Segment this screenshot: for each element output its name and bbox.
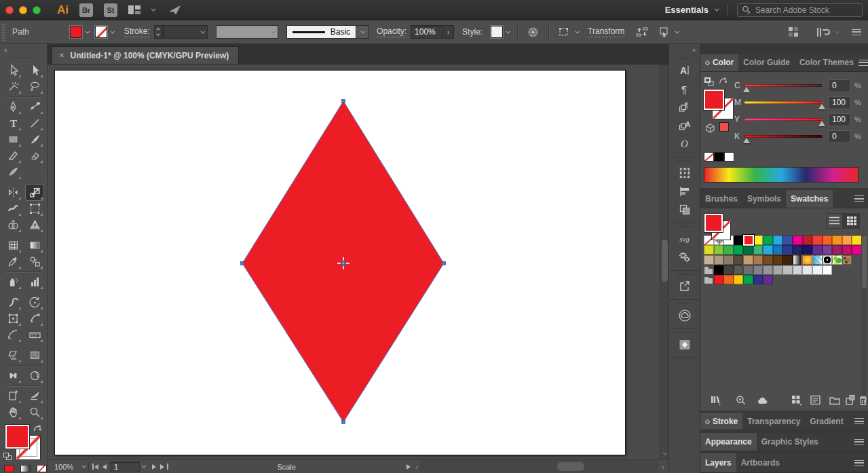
swatch-color[interactable] [773,235,783,245]
control-bar-grip[interactable] [1,23,5,41]
next-artboard-button[interactable] [150,463,158,471]
stroke-width-dropdown[interactable] [163,25,208,39]
arrange-documents-icon[interactable] [128,5,141,15]
black-swatch[interactable] [714,152,724,162]
status-display[interactable]: Scale [168,463,404,471]
selection-tool[interactable] [26,62,43,78]
swatch-color[interactable] [812,245,823,254]
close-window-button[interactable] [5,6,14,14]
none-swatch[interactable] [704,152,714,162]
stroke-color-chevron[interactable] [110,29,115,33]
swatch-pat-dot[interactable] [823,255,833,265]
swatch-pat-green[interactable] [832,255,842,265]
shaper-tool[interactable] [4,148,22,164]
first-artboard-button[interactable] [92,463,100,471]
style-swatch[interactable] [491,26,503,38]
swatch-color[interactable] [743,275,753,284]
swatch-color[interactable] [723,245,734,254]
shape-chevron[interactable] [575,29,580,33]
paintbrush-tool[interactable] [26,132,43,147]
swatch-group-folder[interactable] [704,275,714,284]
gamut-color-swatch[interactable] [719,122,729,132]
width-brush-tool[interactable] [4,295,22,310]
control-bar-menu-icon[interactable] [852,29,861,35]
swap-colors-icon[interactable] [718,76,728,86]
hand-tool[interactable] [4,404,22,420]
lasso-tool[interactable] [26,79,43,94]
share-icon[interactable] [169,5,181,16]
swatch-color[interactable] [753,245,763,254]
horizontal-scrollbar-thumb[interactable] [557,462,584,471]
out-of-gamut-cube-icon[interactable] [705,124,715,133]
swatch-color[interactable] [802,245,812,254]
panel-dock-icon[interactable] [816,27,838,37]
anchor-point[interactable] [241,262,244,265]
swatch-color[interactable] [743,265,753,275]
tab-color-themes[interactable]: Color Themes [795,54,858,71]
stroke-color-swatch[interactable] [95,26,107,38]
tab-stroke[interactable]: ◇Stroke [700,413,742,430]
swatch-color[interactable] [734,245,744,254]
swatch-color[interactable] [704,245,714,254]
swatch-grad-bw[interactable] [793,255,803,265]
gradient-mode-button[interactable] [20,465,31,472]
swatch-group-folder[interactable] [704,265,714,275]
default-fill-stroke-icon[interactable] [3,453,12,460]
ruler-tool[interactable]: 1 2 [26,327,43,343]
zoom-chevron[interactable] [81,463,86,468]
white-swatch[interactable] [724,152,734,162]
toolbar-grip[interactable] [11,56,37,59]
toolbar-collapse-icon[interactable]: ‹‹ [4,46,6,54]
tab-appearance[interactable]: Appearance [700,433,757,451]
fill-color-chevron[interactable] [85,29,90,33]
tab-color[interactable]: ◇Color [700,54,738,71]
actions-panel-button[interactable] [675,248,694,266]
slider-value-field[interactable]: 0 [828,79,851,92]
artboard-chevron[interactable] [141,463,146,468]
swap-fill-stroke-icon[interactable] [33,424,42,433]
vertical-scrollbar-thumb[interactable] [662,240,668,282]
direct-selection-tool[interactable] [4,62,22,78]
minimize-window-button[interactable] [19,6,27,14]
swatch-pat-texture[interactable] [842,255,852,265]
brush-definition-dropdown[interactable]: Basic [286,25,369,39]
swatches-scrollbar[interactable] [861,234,867,395]
opacity-expand-button[interactable]: › [443,25,454,39]
align-panel-button[interactable] [675,183,694,200]
paragraph-styles-panel-button[interactable]: ¶ [675,98,694,116]
bounding-box-tool[interactable] [4,311,22,326]
swatch-color[interactable] [714,245,724,254]
swatch-color[interactable] [832,235,842,245]
swatch-color[interactable] [734,255,744,265]
dock-grip[interactable] [676,225,694,228]
arc-tool[interactable] [4,327,22,343]
rotate-tool[interactable] [26,295,43,310]
close-document-icon[interactable]: × [59,50,64,60]
blend-tool[interactable] [26,254,43,269]
appearance-panel-menu-icon[interactable] [854,439,864,445]
fill-stroke-mini-icon[interactable] [704,77,714,86]
delete-swatch-button[interactable] [856,393,868,408]
stock-button[interactable]: St [104,3,117,17]
cloud-sync-button[interactable] [756,393,770,408]
new-swatch-button[interactable] [844,393,857,408]
slider-value-field[interactable]: 100 [828,113,851,126]
swatch-color[interactable] [773,255,783,265]
shear-tool[interactable] [4,347,22,363]
isolate-chevron[interactable] [675,29,680,33]
scale-tool[interactable] [26,185,43,200]
tab-swatches[interactable]: Swatches [786,190,833,208]
scroll-left-arrow[interactable]: ‹ [415,463,418,471]
swatches-scrollbar-thumb[interactable] [862,235,867,288]
swatch-color[interactable] [763,265,773,275]
slider-value-field[interactable]: 100 [828,96,851,109]
slider-track[interactable] [744,101,823,104]
swatch-color[interactable] [782,255,793,265]
horizontal-scrollbar[interactable] [421,460,658,473]
dock-expand-icon[interactable]: ‹‹ [692,46,694,54]
variable-width-dropdown[interactable] [216,25,278,39]
swatch-color[interactable] [812,265,823,275]
recolor-artwork-icon[interactable] [527,26,539,38]
swatch-color[interactable] [743,255,753,265]
workspace-grid-icon[interactable] [789,27,799,37]
